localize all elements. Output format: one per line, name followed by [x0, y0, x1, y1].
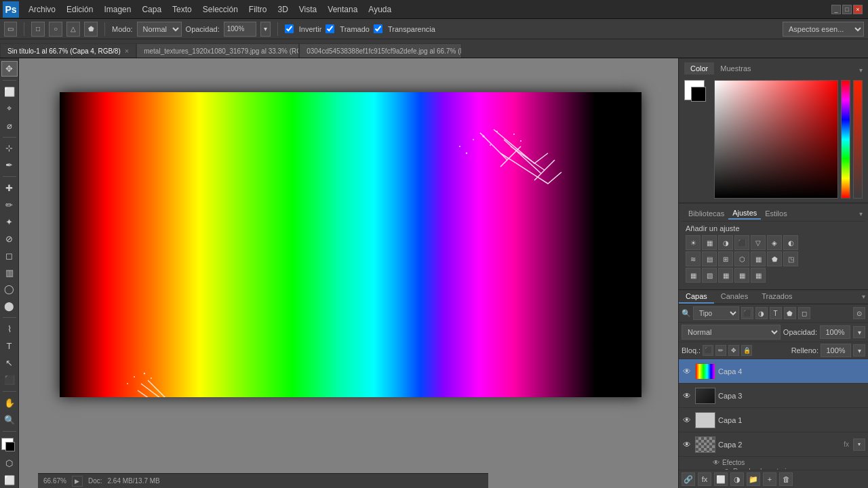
aspect-select[interactable]: Aspectos esen...: [783, 22, 864, 37]
tramado-checkbox[interactable]: [326, 24, 334, 33]
bg-swatch[interactable]: [691, 87, 706, 102]
tool-marquee-lasso[interactable]: ⌖: [1, 101, 18, 117]
layer-group-btn[interactable]: 📁: [747, 472, 760, 486]
adj-vibrance[interactable]: ▽: [751, 235, 766, 250]
tool-dodge[interactable]: ⬤: [1, 298, 18, 314]
shape-custom[interactable]: ⬟: [84, 22, 98, 37]
adj-levels[interactable]: ▦: [702, 235, 717, 250]
tool-quick-mask[interactable]: ⬡: [1, 455, 18, 471]
layer-filter-smart[interactable]: ◻: [798, 307, 810, 319]
tool-shape-1[interactable]: ▭: [4, 22, 17, 37]
layer-opacity-dropdown[interactable]: ▾: [853, 326, 865, 338]
tool-marquee-rect[interactable]: ⬜: [1, 84, 18, 100]
tool-screen-mode[interactable]: ⬜: [1, 472, 18, 488]
layer-new-btn[interactable]: +: [763, 472, 776, 486]
tool-clone[interactable]: ✦: [1, 214, 18, 230]
layer-blend-select[interactable]: Normal: [682, 325, 781, 340]
adj-exposure[interactable]: ⬛: [734, 235, 749, 250]
adj-colorbalance[interactable]: ◐: [783, 235, 798, 250]
layer-delete-btn[interactable]: 🗑: [779, 472, 793, 486]
adj-curves[interactable]: ◑: [718, 235, 733, 250]
tool-type[interactable]: T: [1, 338, 18, 354]
lock-position[interactable]: ✏: [715, 345, 726, 356]
adj-solid-color[interactable]: ▦: [718, 268, 733, 283]
layer-item-capa4[interactable]: 👁 Capa 4: [679, 359, 868, 384]
adj-selective-color[interactable]: ▧: [702, 268, 717, 283]
menu-archivo[interactable]: Archivo: [23, 2, 61, 17]
canvas-content[interactable]: [60, 92, 642, 397]
menu-seleccion[interactable]: Selección: [197, 2, 243, 17]
menu-capa[interactable]: Capa: [136, 2, 167, 17]
tab-trazados[interactable]: Trazados: [755, 290, 799, 304]
tool-eraser[interactable]: ◻: [1, 248, 18, 264]
layer-fill-input[interactable]: [821, 344, 851, 357]
adj-gradient-fill[interactable]: ▦: [734, 268, 749, 283]
adj-bw[interactable]: ≋: [686, 251, 701, 266]
background-color[interactable]: [5, 442, 15, 451]
menu-edicion[interactable]: Edición: [61, 2, 98, 17]
shape-triangle[interactable]: △: [66, 22, 80, 37]
tab-muestras[interactable]: Muestras: [714, 62, 757, 75]
adj-photofilter[interactable]: ▤: [702, 251, 717, 266]
tab-0[interactable]: Sin título-1 al 66.7% (Capa 4, RGB/8) ×: [0, 43, 136, 58]
menu-3d[interactable]: 3D: [272, 2, 293, 17]
adj-channelmix[interactable]: ⊞: [718, 251, 733, 266]
tab-2[interactable]: 0304cd54538388ef1fc915fcf9a2defe.jpg al …: [299, 43, 462, 58]
adj-hsl[interactable]: ◈: [767, 235, 782, 250]
close-button[interactable]: ×: [853, 5, 863, 14]
tool-gradient[interactable]: ▥: [1, 265, 18, 281]
invert-checkbox[interactable]: [285, 24, 294, 33]
tab-capas[interactable]: Capas: [679, 290, 714, 304]
layer-item-capa3[interactable]: 👁 Capa 3: [679, 384, 868, 408]
tool-history-brush[interactable]: ⊘: [1, 231, 18, 247]
lock-artboards[interactable]: ✥: [728, 345, 739, 356]
mode-select[interactable]: Normal: [137, 22, 182, 37]
layer-mask-btn[interactable]: ⬜: [714, 472, 728, 486]
tool-hand[interactable]: ✋: [1, 395, 18, 411]
tool-eyedropper[interactable]: ✒: [1, 157, 18, 173]
menu-ayuda[interactable]: Ayuda: [363, 2, 397, 17]
layer-visibility-capa1[interactable]: 👁: [682, 415, 692, 426]
adj-gradient-map[interactable]: ▦: [686, 268, 701, 283]
menu-filtro[interactable]: Filtro: [243, 2, 273, 17]
tool-shape[interactable]: ⬛: [1, 372, 18, 388]
tool-crop[interactable]: ⊹: [1, 140, 18, 156]
layer-expand-btn[interactable]: ▾: [853, 439, 865, 451]
tab-color[interactable]: Color: [684, 62, 714, 75]
tool-magic-wand[interactable]: ⌀: [1, 118, 18, 134]
layer-link-btn[interactable]: 🔗: [682, 472, 695, 486]
layer-opacity-input[interactable]: [820, 325, 850, 339]
layer-filter-shape[interactable]: ⬟: [784, 307, 796, 319]
adj-pattern[interactable]: ▦: [751, 268, 766, 283]
layer-item-capa1[interactable]: 👁 Capa 1: [679, 408, 868, 432]
eye-icon-effects[interactable]: 👁: [713, 459, 719, 466]
adj-invert[interactable]: ▦: [751, 251, 766, 266]
adj-brightness[interactable]: ☀: [686, 235, 701, 250]
layer-adj-btn[interactable]: ◑: [730, 472, 744, 486]
layer-filter-pixel[interactable]: ⬛: [741, 307, 753, 319]
menu-imagen[interactable]: Imagen: [98, 2, 136, 17]
zoom-info-btn[interactable]: ▶: [72, 476, 83, 487]
layer-visibility-capa3[interactable]: 👁: [682, 390, 692, 401]
layer-fill-dropdown[interactable]: ▾: [853, 344, 865, 357]
layer-filter-adj[interactable]: ◑: [755, 307, 768, 319]
layer-filter-type[interactable]: T: [770, 307, 782, 319]
adj-panel-collapse[interactable]: ▾: [859, 210, 863, 218]
adj-threshold[interactable]: ◳: [783, 251, 798, 266]
layers-panel-collapse[interactable]: ▾: [859, 290, 868, 304]
opacity-dropdown[interactable]: ▾: [260, 22, 271, 37]
layer-filter-toggle[interactable]: ⊙: [853, 307, 865, 319]
shape-rect[interactable]: □: [31, 22, 45, 37]
lock-all[interactable]: 🔒: [741, 345, 752, 356]
tab-1[interactable]: metal_textures_1920x1080_31679.jpg al 33…: [136, 43, 299, 58]
transparencia-checkbox[interactable]: [374, 24, 382, 33]
tool-path-select[interactable]: ↖: [1, 355, 18, 371]
opacity-input[interactable]: [224, 22, 256, 37]
tool-zoom[interactable]: 🔍: [1, 412, 18, 428]
color-gradient-picker[interactable]: [714, 80, 838, 199]
tool-heal[interactable]: ✚: [1, 180, 18, 196]
canvas[interactable]: [60, 92, 642, 397]
estilos-tab[interactable]: Estilos: [761, 208, 791, 219]
color-swatches[interactable]: [1, 438, 18, 453]
layer-type-select[interactable]: Tipo: [693, 306, 739, 320]
